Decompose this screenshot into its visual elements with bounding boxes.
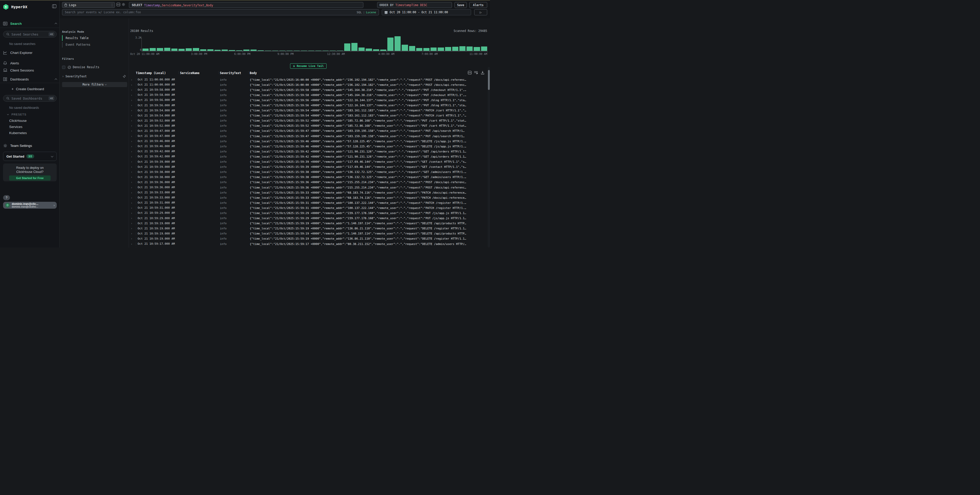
analysis-mode-results-table[interactable]: Results Table [62, 35, 126, 41]
expand-row-icon[interactable]: › [131, 222, 132, 225]
get-started-toggle[interactable]: Get Started 3/3 [3, 152, 57, 161]
log-row[interactable]: ›Oct 21 10:59:17.000 AMinfo{"time_local"… [129, 241, 487, 247]
severity-filter-group[interactable]: › SeverityText [62, 75, 126, 78]
preset-kubernetes[interactable]: Kubernetes [0, 130, 59, 135]
wrap-lines-icon[interactable] [474, 71, 478, 74]
expand-row-icon[interactable]: › [131, 119, 132, 123]
histogram-bar[interactable] [186, 48, 192, 51]
expand-row-icon[interactable]: › [131, 94, 132, 97]
order-by-input[interactable]: ORDER BY TimestampTime DESC [377, 2, 452, 8]
histogram-bar[interactable] [459, 46, 466, 51]
histogram-bar[interactable] [416, 48, 422, 51]
log-row[interactable]: ›Oct 21 10:59:42.000 AMinfo{"time_local"… [129, 154, 487, 159]
sidebar-item-alerts[interactable]: Alerts [0, 60, 59, 66]
sidebar-collapse-icon[interactable] [52, 4, 56, 8]
expand-row-icon[interactable]: › [131, 155, 132, 158]
histogram-bar[interactable] [171, 49, 177, 51]
source-settings-button[interactable] [121, 3, 126, 6]
expand-row-icon[interactable]: › [131, 150, 132, 153]
expand-row-icon[interactable]: › [131, 175, 132, 179]
expand-row-icon[interactable]: › [131, 140, 132, 143]
expand-row-icon[interactable]: › [131, 191, 132, 194]
query-language-toggle[interactable]: SQL|Lucene [357, 11, 376, 14]
expand-row-icon[interactable]: › [131, 124, 132, 127]
sidebar-item-chart-explorer[interactable]: Chart Explorer [0, 49, 59, 56]
log-row[interactable]: ›Oct 21 10:59:33.000 AMinfo{"time_local"… [129, 190, 487, 195]
presets-toggle[interactable]: PRESETS [0, 111, 59, 118]
save-button[interactable]: Save [455, 2, 467, 8]
log-row[interactable]: ›Oct 21 10:59:33.000 AMinfo{"time_local"… [129, 195, 487, 200]
log-row[interactable]: ›Oct 21 10:59:56.000 AMinfo{"time_local"… [129, 97, 487, 103]
expand-row-icon[interactable]: › [131, 165, 132, 169]
preset-services[interactable]: Services [0, 124, 59, 129]
log-row[interactable]: ›Oct 21 10:59:19.000 AMinfo{"time_local"… [129, 231, 487, 236]
histogram-bar[interactable] [445, 47, 451, 51]
create-dashboard-button[interactable]: + Create Dashboard [0, 86, 59, 92]
log-row[interactable]: ›Oct 21 10:59:36.000 AMinfo{"time_local"… [129, 180, 487, 185]
denoise-checkbox[interactable] [62, 66, 65, 69]
expand-row-icon[interactable]: › [131, 237, 132, 240]
expand-row-icon[interactable]: › [131, 88, 132, 92]
log-row[interactable]: ›Oct 21 10:59:39.000 AMinfo{"time_local"… [129, 164, 487, 170]
denoise-results-filter[interactable]: Denoise Results [62, 65, 99, 69]
expand-row-icon[interactable]: › [131, 78, 132, 81]
log-row[interactable]: ›Oct 21 10:59:17.000 AMinfo{"time_local"… [129, 247, 487, 247]
log-row[interactable]: ›Oct 21 10:59:47.000 AMinfo{"time_local"… [129, 134, 487, 139]
histogram-bar[interactable] [395, 36, 401, 51]
logo[interactable]: HyperDX [3, 3, 56, 10]
histogram-bar[interactable] [150, 48, 156, 51]
download-icon[interactable] [481, 71, 484, 75]
expand-row-icon[interactable]: › [131, 129, 132, 132]
expand-row-icon[interactable]: › [131, 181, 132, 184]
log-row[interactable]: ›Oct 21 10:59:19.000 AMinfo{"time_local"… [129, 221, 487, 226]
histogram-bar[interactable] [344, 43, 350, 51]
log-row[interactable]: ›Oct 21 10:59:46.000 AMinfo{"time_local"… [129, 139, 487, 144]
log-row[interactable]: ›Oct 21 11:00:00.000 AMinfo{"time_local"… [129, 82, 487, 88]
col-header-body[interactable]: Body [250, 71, 257, 75]
histogram-bar[interactable] [452, 47, 458, 51]
log-row[interactable]: ›Oct 21 10:59:42.000 AMinfo{"time_local"… [129, 149, 487, 154]
log-row[interactable]: ›Oct 21 10:59:19.000 AMinfo{"time_local"… [129, 226, 487, 231]
alerts-button[interactable]: Alerts [469, 2, 487, 8]
expand-row-icon[interactable]: › [131, 242, 132, 246]
log-row[interactable]: ›Oct 21 10:59:54.000 AMinfo{"time_local"… [129, 108, 487, 113]
expand-row-icon[interactable]: › [131, 160, 132, 164]
log-row[interactable]: ›Oct 21 10:59:52.000 AMinfo{"time_local"… [129, 123, 487, 129]
expand-row-icon[interactable]: › [131, 83, 132, 87]
expand-row-icon[interactable]: › [131, 109, 132, 112]
expand-row-icon[interactable]: › [131, 206, 132, 210]
histogram-bar[interactable] [409, 46, 415, 51]
expand-row-icon[interactable]: › [131, 212, 132, 215]
log-row[interactable]: ›Oct 21 10:59:29.000 AMinfo{"time_local"… [129, 210, 487, 216]
expand-row-icon[interactable]: › [131, 114, 132, 117]
log-row[interactable]: ›Oct 21 10:59:39.000 AMinfo{"time_local"… [129, 159, 487, 164]
run-query-button[interactable]: ▷ [474, 9, 487, 15]
expand-row-icon[interactable]: › [131, 135, 132, 138]
histogram-bar[interactable] [178, 49, 185, 51]
log-row[interactable]: ›Oct 21 10:59:31.000 AMinfo{"time_local"… [129, 200, 487, 205]
col-header-servicename[interactable]: ServiceName [180, 71, 199, 75]
log-row[interactable]: ›Oct 21 10:59:54.000 AMinfo{"time_local"… [129, 113, 487, 118]
histogram-bar[interactable] [387, 38, 393, 51]
histogram-bar[interactable] [366, 49, 372, 51]
log-row[interactable]: ›Oct 21 10:59:46.000 AMinfo{"time_local"… [129, 144, 487, 149]
help-button[interactable]: ? [3, 195, 10, 200]
expand-row-icon[interactable]: › [131, 201, 132, 205]
histogram-bar[interactable] [358, 48, 364, 51]
expand-row-icon[interactable]: › [131, 170, 132, 173]
sidebar-item-dashboards[interactable]: Dashboards [0, 76, 59, 82]
log-row[interactable]: ›Oct 21 10:59:58.000 AMinfo{"time_local"… [129, 92, 487, 97]
saved-dashboards-input[interactable]: Saved Dashboards ⌘K [3, 95, 57, 102]
log-row[interactable]: ›Oct 21 11:00:00.000 AMinfo{"time_local"… [129, 77, 487, 82]
log-row[interactable]: ›Oct 21 10:59:31.000 AMinfo{"time_local"… [129, 205, 487, 210]
histogram-bar[interactable] [402, 45, 408, 51]
histogram-bar[interactable] [157, 48, 163, 51]
expand-row-icon[interactable]: › [131, 196, 132, 199]
expand-row-icon[interactable]: › [131, 99, 132, 102]
preset-clickhouse[interactable]: ClickHouse [0, 118, 59, 123]
source-select[interactable]: Logs ˄˅ [62, 2, 115, 8]
scrollbar-thumb[interactable] [488, 70, 490, 90]
histogram-bar[interactable] [431, 48, 437, 51]
more-filters-button[interactable]: More filters [62, 82, 127, 87]
col-header-timestamp[interactable]: Timestamp (Local) [136, 71, 166, 75]
